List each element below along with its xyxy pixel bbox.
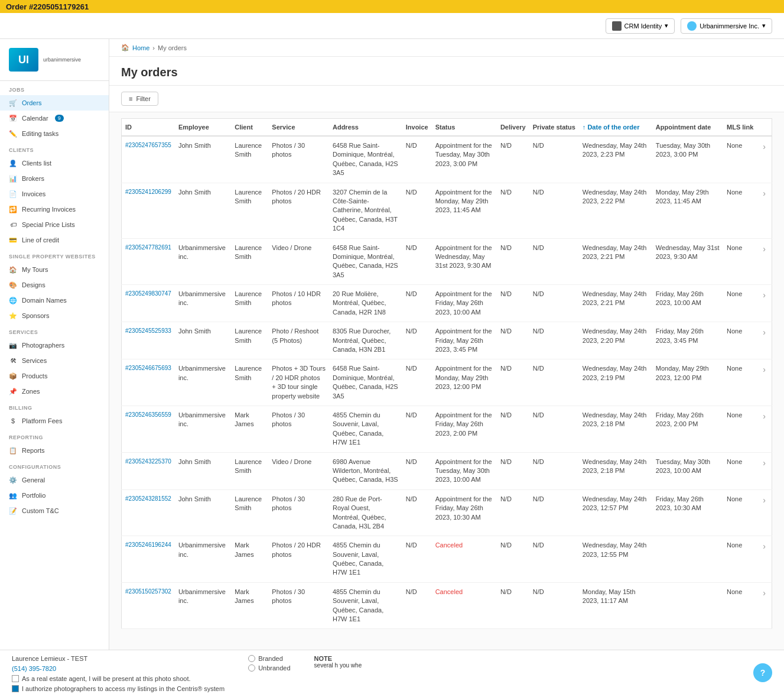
cell-client: Laurence Smith bbox=[231, 285, 268, 322]
general-icon: ⚙️ bbox=[9, 476, 17, 484]
sidebar-item-services[interactable]: 🛠 Services bbox=[0, 353, 109, 368]
sidebar-section-spw: SINGLE PROPERTY WEBSITES bbox=[0, 248, 109, 262]
sidebar-item-recurring-invoices[interactable]: 🔁 Recurring Invoices bbox=[0, 202, 109, 217]
sidebar-item-my-tours-label: My Tours bbox=[22, 266, 48, 273]
sidebar-item-sponsors-label: Sponsors bbox=[22, 312, 49, 319]
cell-client: Mark James bbox=[231, 406, 268, 452]
sidebar-item-zones[interactable]: 📌 Zones bbox=[0, 384, 109, 399]
sidebar-item-orders[interactable]: 🛒 Orders bbox=[0, 95, 109, 111]
overlay-checkbox2[interactable] bbox=[12, 685, 19, 692]
sidebar-item-portfolio[interactable]: 👥 Portfolio bbox=[0, 488, 109, 503]
cell-appointment-date: Tuesday, May 30th 2023, 10:00 AM bbox=[652, 452, 723, 489]
sidebar-item-platform-fees[interactable]: $ Platform Fees bbox=[0, 413, 109, 429]
sidebar-item-brokers[interactable]: 📊 Brokers bbox=[0, 171, 109, 186]
sidebar-item-calendar[interactable]: 📅 Calendar 9 bbox=[0, 111, 109, 126]
sidebar-item-editing-tasks[interactable]: ✏️ Editing tasks bbox=[0, 126, 109, 141]
col-date-order[interactable]: ↑ Date of the order bbox=[579, 119, 652, 137]
col-action bbox=[757, 119, 772, 137]
cell-action[interactable]: › bbox=[757, 136, 772, 183]
row-nav-arrow[interactable]: › bbox=[760, 288, 768, 302]
sidebar-item-my-tours[interactable]: 🏠 My Tours bbox=[0, 262, 109, 277]
sidebar-item-designs[interactable]: 🎨 Designs bbox=[0, 277, 109, 293]
row-nav-arrow[interactable]: › bbox=[760, 539, 768, 553]
sidebar-item-photographers[interactable]: 📷 Photographers bbox=[0, 338, 109, 353]
row-nav-arrow[interactable]: › bbox=[760, 186, 768, 200]
brokers-icon: 📊 bbox=[9, 174, 17, 183]
cell-invoice: N/D bbox=[402, 489, 432, 536]
cell-action[interactable]: › bbox=[757, 322, 772, 359]
row-nav-arrow[interactable]: › bbox=[760, 242, 768, 256]
cell-action[interactable]: › bbox=[757, 183, 772, 238]
sidebar-item-custom-tc[interactable]: 📝 Custom T&C bbox=[0, 503, 109, 518]
cell-delivery: N/D bbox=[497, 359, 529, 406]
sidebar-item-clients-list-label: Clients list bbox=[22, 160, 51, 167]
notes-label: NOTE bbox=[314, 655, 333, 662]
cell-action[interactable]: › bbox=[757, 452, 772, 489]
cell-appointment-date: Monday, May 29th 2023, 12:00 PM bbox=[652, 359, 723, 406]
row-nav-arrow[interactable]: › bbox=[760, 409, 768, 423]
home-icon: 🏠 bbox=[121, 44, 129, 51]
sidebar-item-domain-names[interactable]: 🌐 Domain Names bbox=[0, 293, 109, 308]
sidebar-item-line-of-credit[interactable]: 💳 Line of credit bbox=[0, 232, 109, 248]
sidebar-item-products[interactable]: 📦 Products bbox=[0, 368, 109, 384]
org-icon bbox=[687, 21, 697, 31]
header-actions: CRM Identity ▾ Urbanimmersive Inc. ▾ bbox=[606, 18, 772, 34]
row-nav-arrow[interactable]: › bbox=[760, 586, 768, 600]
help-button[interactable]: ? bbox=[753, 663, 772, 682]
sidebar-section-reporting: REPORTING bbox=[0, 429, 109, 443]
cell-date-order: Wednesday, May 24th 2023, 2:21 PM bbox=[579, 285, 652, 322]
logo-icon: UI bbox=[9, 48, 38, 72]
sidebar-item-reports[interactable]: 📋 Reports bbox=[0, 443, 109, 458]
platform-fees-icon: $ bbox=[9, 417, 17, 425]
cell-client: Laurence Smith bbox=[231, 322, 268, 359]
cell-employee: John Smith bbox=[175, 489, 231, 536]
cell-action[interactable]: › bbox=[757, 489, 772, 536]
sidebar-item-invoices-label: Invoices bbox=[22, 190, 45, 197]
cell-mls-link: None bbox=[723, 285, 757, 322]
col-invoice: Invoice bbox=[402, 119, 432, 137]
row-nav-arrow[interactable]: › bbox=[760, 493, 768, 507]
row-nav-arrow[interactable]: › bbox=[760, 140, 768, 154]
row-nav-arrow[interactable]: › bbox=[760, 325, 768, 339]
sidebar-item-sponsors[interactable]: ⭐ Sponsors bbox=[0, 308, 109, 323]
table-row: #2305241206299 John Smith Laurence Smith… bbox=[122, 183, 772, 238]
cell-action[interactable]: › bbox=[757, 359, 772, 406]
filter-button[interactable]: ≡ Filter bbox=[121, 92, 158, 106]
sidebar-item-clients-list[interactable]: 👤 Clients list bbox=[0, 155, 109, 171]
cell-action[interactable]: › bbox=[757, 285, 772, 322]
cell-private-status: N/D bbox=[529, 183, 579, 238]
cell-status: Appointment for the Friday, May 26th 202… bbox=[432, 406, 497, 452]
sidebar-item-special-price-lists[interactable]: 🏷 Special Price Lists bbox=[0, 217, 109, 232]
table-row: #2305247657355 John Smith Laurence Smith… bbox=[122, 136, 772, 183]
radio-unbranded[interactable]: Unbranded bbox=[248, 664, 290, 672]
sidebar-item-invoices[interactable]: 📄 Invoices bbox=[0, 186, 109, 202]
cell-invoice: N/D bbox=[402, 238, 432, 285]
row-nav-arrow[interactable]: › bbox=[760, 362, 768, 377]
cell-client: Laurence Smith bbox=[231, 183, 268, 238]
sidebar-item-orders-label: Orders bbox=[22, 99, 42, 106]
cell-action[interactable]: › bbox=[757, 238, 772, 285]
crm-chevron-icon: ▾ bbox=[665, 22, 668, 30]
breadcrumb-home[interactable]: Home bbox=[132, 44, 149, 51]
cell-delivery: N/D bbox=[497, 452, 529, 489]
cell-action[interactable]: › bbox=[757, 536, 772, 583]
cell-date-order: Wednesday, May 24th 2023, 12:55 PM bbox=[579, 536, 652, 583]
cell-address: 6458 Rue Saint-Dominique, Montréal, Québ… bbox=[329, 238, 402, 285]
sidebar-item-photographers-label: Photographers bbox=[22, 342, 64, 349]
sidebar-item-general[interactable]: ⚙️ General bbox=[0, 472, 109, 488]
overlay-checkbox1[interactable] bbox=[12, 675, 19, 682]
radio-branded[interactable]: Branded bbox=[248, 655, 290, 662]
cell-status: Canceled bbox=[432, 536, 497, 583]
cell-client: Mark James bbox=[231, 536, 268, 583]
cell-id: #2305247782691 bbox=[122, 238, 175, 285]
row-nav-arrow[interactable]: › bbox=[760, 456, 768, 470]
org-button[interactable]: Urbanimmersive Inc. ▾ bbox=[681, 18, 772, 34]
cell-appointment-date: Friday, May 26th 2023, 10:00 AM bbox=[652, 285, 723, 322]
sidebar-item-line-of-credit-label: Line of credit bbox=[22, 236, 59, 244]
cell-action[interactable]: › bbox=[757, 582, 772, 629]
sidebar-section-services: SERVICES bbox=[0, 323, 109, 338]
cell-service: Photos + 3D Tours / 20 HDR photos + 3D t… bbox=[268, 359, 329, 406]
cell-action[interactable]: › bbox=[757, 406, 772, 452]
cell-appointment-date: Tuesday, May 30th 2023, 3:00 PM bbox=[652, 136, 723, 183]
crm-identity-button[interactable]: CRM Identity ▾ bbox=[606, 18, 675, 34]
